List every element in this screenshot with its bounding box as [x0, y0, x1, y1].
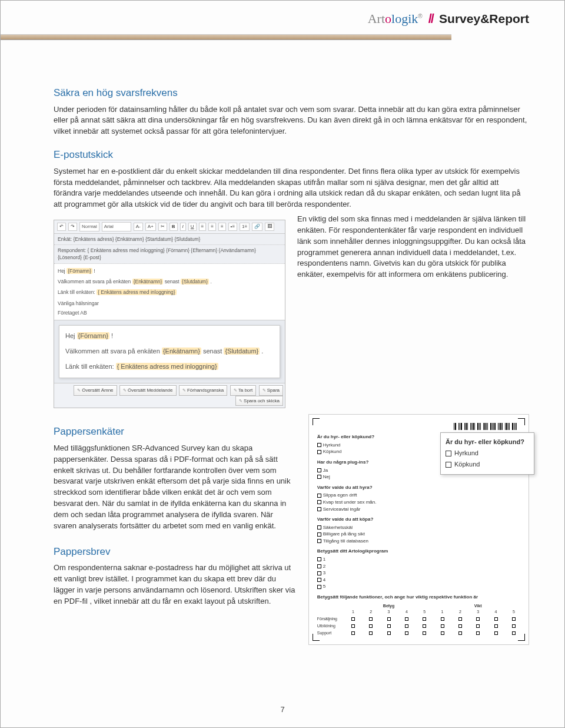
bold-icon[interactable]: B — [170, 223, 178, 231]
checkbox-icon — [387, 617, 391, 621]
checkbox-icon — [446, 462, 451, 468]
logo-part-art: Art — [368, 11, 385, 26]
style-select[interactable]: Normal — [79, 222, 99, 231]
paper-q3: Varför valde du att hyra? — [317, 484, 523, 491]
delete-button[interactable]: Ta bort — [230, 385, 256, 396]
italic-icon[interactable]: I — [180, 223, 186, 231]
checkbox-icon — [446, 451, 451, 456]
logo-part-o: o — [385, 11, 391, 26]
checkbox-icon — [405, 631, 408, 635]
checkbox-icon — [317, 500, 321, 504]
paper-q5-opt3: 3 — [317, 570, 523, 577]
barcode-icon — [315, 423, 523, 430]
font-size-increase-icon[interactable]: A+ — [145, 223, 156, 231]
logo-part-logik: logik — [391, 11, 418, 26]
grid-header-groups: Betyg Vikt — [317, 603, 523, 609]
checkbox-icon — [441, 617, 444, 621]
translate-subject-button[interactable]: Översätt Ämne — [74, 385, 117, 396]
grid-row-sales: Försäljning — [317, 616, 523, 622]
font-select[interactable]: Arial — [102, 222, 131, 231]
page-content: Säkra en hög svarsfrekvens Under periode… — [1, 40, 564, 669]
section-body-paper-surveys: Med tilläggsfunktionen SR-Advanced Surve… — [54, 443, 298, 532]
checkbox-icon — [476, 624, 480, 628]
logo-slashes: // — [428, 11, 433, 26]
checkbox-icon — [317, 468, 321, 472]
merge-tag-loginlink: { Enkätens adress med inloggning} — [97, 289, 176, 295]
paper-survey-screenshot: Är du hyr- eller köpkund? Hyrkund Köpkun… — [308, 414, 529, 645]
logo-registered: ® — [418, 13, 422, 19]
zoom-opt1: Hyrkund — [446, 449, 529, 458]
checkbox-icon — [317, 585, 321, 589]
paper-text-column: Pappersenkäter Med tilläggsfunktionen SR… — [54, 414, 298, 645]
product-logo: Artologik® // Survey&Report — [368, 9, 529, 28]
checkbox-icon — [351, 617, 355, 621]
link-icon[interactable]: 🔗 — [252, 223, 262, 231]
editor-line3: Länk till enkäten: { Enkätens adress med… — [58, 289, 281, 296]
image-icon[interactable]: 🖼 — [265, 223, 274, 231]
paper-zoom-callout: Är du hyr- eller köpkund? Hyrkund Köpkun… — [440, 432, 534, 475]
merge-tag-enddate: {Slutdatum} — [181, 279, 209, 284]
cut-icon[interactable]: ✂ — [158, 223, 167, 231]
merge-tag-enddate: {Slutdatum} — [224, 348, 260, 355]
decorative-band — [1, 34, 451, 40]
checkbox-icon — [387, 624, 391, 628]
checkbox-icon — [317, 525, 321, 530]
checkbox-icon — [405, 617, 408, 621]
translate-message-button[interactable]: Översätt Meddelande — [119, 385, 176, 396]
checkbox-icon — [512, 617, 516, 621]
paper-q5-opt4: 4 — [317, 577, 523, 584]
checkbox-icon — [317, 494, 321, 498]
save-button[interactable]: Spara — [259, 385, 283, 396]
editor-line1: Hej {Förnamn} ! — [58, 267, 281, 274]
paper-q5-opt5: 5 — [317, 583, 523, 590]
list-number-icon[interactable]: 1≡ — [240, 223, 250, 231]
section-heading-response-rate: Säkra en hög svarsfrekvens — [54, 86, 529, 101]
crop-mark-icon — [518, 418, 525, 425]
checkbox-icon — [351, 624, 355, 628]
editor-textarea[interactable]: Hej {Förnamn} ! Välkommen att svara på e… — [54, 264, 285, 321]
checkbox-icon — [476, 631, 480, 635]
section-heading-email: E-postutskick — [54, 148, 529, 163]
redo-icon[interactable]: ↷ — [68, 223, 77, 231]
logo-product-name: Survey&Report — [439, 12, 529, 25]
paper-q3-opt3: Serviceavtal ingår — [317, 506, 523, 513]
underline-icon[interactable]: U — [188, 223, 197, 231]
checkbox-icon — [494, 624, 498, 628]
font-size-decrease-icon[interactable]: A- — [134, 223, 143, 231]
email-editor-column: ↶ ↷ Normal Arial A- A+ ✂ B I U ≡ ≡ ≡ •≡ — [54, 214, 285, 408]
editor-merge-row-survey: Enkät: {Enkätens adress} {Enkätnamn} {St… — [54, 234, 285, 245]
preview-button[interactable]: Förhandsgranska — [179, 385, 227, 396]
editor-preview-popup: Hej {Förnamn} ! Välkommen att svara på e… — [59, 325, 280, 378]
editor-line2: Välkommen att svara på enkäten {Enkätnam… — [58, 278, 281, 285]
checkbox-icon — [317, 557, 321, 561]
page-number: 7 — [1, 704, 564, 716]
crop-mark-icon — [313, 634, 320, 641]
checkbox-icon — [317, 532, 321, 537]
checkbox-icon — [458, 617, 462, 621]
crop-mark-icon — [313, 418, 320, 425]
checkbox-icon — [423, 631, 426, 635]
checkbox-icon — [405, 624, 408, 628]
undo-icon[interactable]: ↶ — [57, 223, 66, 231]
paper-q5-opt2: 2 — [317, 563, 523, 570]
paper-q4-opt1: Säkerhetsskäl — [317, 524, 523, 531]
section-heading-paper-surveys: Pappersenkäter — [54, 425, 298, 439]
merge-tag-surveyname: {Enkätnamn} — [132, 279, 164, 284]
grid-group-rating: Betyg — [344, 603, 434, 609]
align-right-icon[interactable]: ≡ — [218, 223, 226, 231]
zoom-question: Är du hyr- eller köpkund? — [446, 438, 529, 447]
checkbox-icon — [387, 631, 391, 635]
merge-tag-firstname: {Förnamn} — [77, 332, 109, 339]
paper-q5: Betygsätt ditt Artologikprogram — [317, 548, 523, 555]
save-send-button[interactable]: Spara och skicka — [235, 396, 283, 406]
paper-q4: Varför valde du att köpa? — [317, 516, 523, 523]
checkbox-icon — [441, 624, 444, 628]
align-left-icon[interactable]: ≡ — [199, 223, 207, 231]
paper-q6: Betygsätt följande funktioner, och ange … — [317, 594, 523, 601]
list-bullet-icon[interactable]: •≡ — [228, 223, 237, 231]
merge-tags-respondent: { Enkätens adress med inloggning} {Förna… — [58, 247, 256, 260]
document-page: Artologik® // Survey&Report Säkra en hög… — [0, 0, 565, 728]
paper-survey-column: Är du hyr- eller köpkund? Hyrkund Köpkun… — [308, 414, 529, 645]
checkbox-icon — [317, 539, 321, 543]
align-center-icon[interactable]: ≡ — [208, 223, 216, 231]
